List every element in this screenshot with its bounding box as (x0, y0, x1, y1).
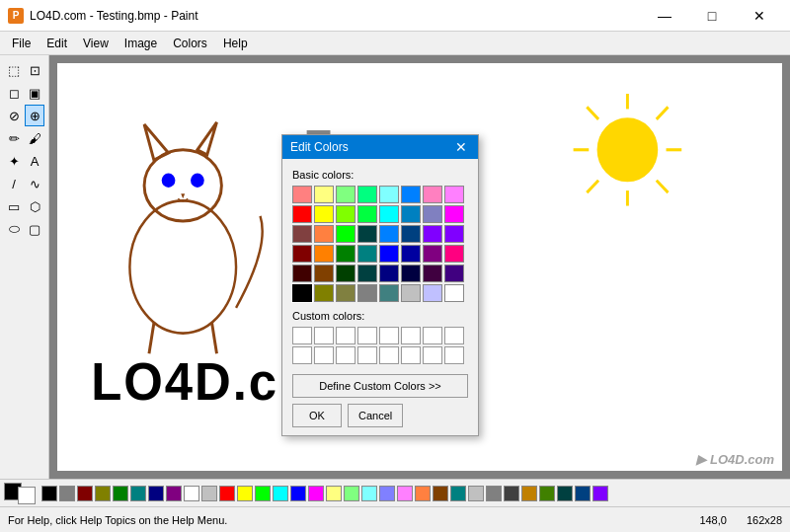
menu-file[interactable]: File (4, 33, 39, 54)
palette-swatch[interactable] (237, 486, 253, 501)
basic-color-swatch[interactable] (401, 225, 421, 243)
basic-color-swatch[interactable] (444, 265, 464, 282)
custom-color-swatch[interactable] (401, 346, 421, 364)
palette-swatch[interactable] (95, 486, 111, 501)
basic-color-swatch[interactable] (292, 245, 312, 263)
palette-swatch[interactable] (592, 486, 608, 501)
palette-swatch[interactable] (539, 486, 555, 501)
basic-color-swatch[interactable] (401, 265, 421, 282)
custom-color-swatch[interactable] (357, 346, 377, 364)
basic-color-swatch[interactable] (292, 186, 312, 203)
menu-colors[interactable]: Colors (165, 33, 215, 54)
basic-color-swatch[interactable] (401, 205, 421, 223)
palette-swatch[interactable] (344, 486, 359, 501)
basic-color-swatch[interactable] (401, 245, 421, 263)
palette-swatch[interactable] (41, 486, 57, 501)
basic-color-swatch[interactable] (336, 186, 356, 203)
cancel-button[interactable]: Cancel (348, 404, 403, 427)
custom-color-swatch[interactable] (444, 327, 464, 344)
select-free-tool[interactable]: ⊡ (25, 59, 44, 81)
palette-swatch[interactable] (166, 486, 182, 501)
palette-swatch[interactable] (59, 486, 75, 501)
menu-edit[interactable]: Edit (39, 33, 75, 54)
basic-color-swatch[interactable] (336, 205, 356, 223)
custom-color-swatch[interactable] (357, 327, 377, 344)
basic-color-swatch[interactable] (314, 265, 334, 282)
rounded-rect-tool[interactable]: ▢ (25, 218, 44, 240)
basic-color-swatch[interactable] (292, 265, 312, 282)
basic-color-swatch[interactable] (401, 284, 421, 302)
palette-swatch[interactable] (379, 486, 395, 501)
brush-tool[interactable]: 🖌 (25, 127, 44, 149)
close-button[interactable]: ✕ (737, 0, 782, 32)
palette-swatch[interactable] (290, 486, 306, 501)
palette-swatch[interactable] (557, 486, 573, 501)
custom-color-swatch[interactable] (314, 346, 334, 364)
custom-color-swatch[interactable] (379, 346, 399, 364)
basic-color-swatch[interactable] (379, 225, 399, 243)
polygon-tool[interactable]: ⬡ (25, 195, 44, 217)
dialog-close-button[interactable]: ✕ (452, 138, 470, 156)
custom-color-swatch[interactable] (314, 327, 334, 344)
maximize-button[interactable]: □ (689, 0, 735, 32)
basic-color-swatch[interactable] (444, 245, 464, 263)
background-color[interactable] (18, 487, 36, 504)
basic-color-swatch[interactable] (314, 245, 334, 263)
palette-swatch[interactable] (397, 486, 413, 501)
basic-color-swatch[interactable] (423, 265, 442, 282)
basic-color-swatch[interactable] (314, 284, 334, 302)
eyedropper-tool[interactable]: ⊘ (4, 105, 24, 126)
palette-swatch[interactable] (468, 486, 484, 501)
basic-color-swatch[interactable] (357, 205, 377, 223)
airbrush-tool[interactable]: ✦ (4, 150, 24, 172)
palette-swatch[interactable] (450, 486, 466, 501)
palette-swatch[interactable] (486, 486, 502, 501)
custom-color-swatch[interactable] (423, 327, 442, 344)
custom-color-swatch[interactable] (401, 327, 421, 344)
basic-color-swatch[interactable] (357, 265, 377, 282)
palette-swatch[interactable] (219, 486, 235, 501)
ok-button[interactable]: OK (292, 404, 342, 427)
custom-color-swatch[interactable] (444, 346, 464, 364)
basic-color-swatch[interactable] (336, 284, 356, 302)
basic-color-swatch[interactable] (444, 186, 464, 203)
palette-swatch[interactable] (361, 486, 377, 501)
basic-color-swatch[interactable] (423, 205, 442, 223)
basic-color-swatch[interactable] (314, 205, 334, 223)
curve-tool[interactable]: ∿ (25, 173, 44, 194)
palette-swatch[interactable] (113, 486, 128, 501)
basic-color-swatch[interactable] (423, 245, 442, 263)
palette-swatch[interactable] (308, 486, 324, 501)
palette-swatch[interactable] (201, 486, 217, 501)
basic-color-swatch[interactable] (292, 284, 312, 302)
basic-color-swatch[interactable] (314, 186, 334, 203)
palette-swatch[interactable] (130, 486, 146, 501)
basic-color-swatch[interactable] (357, 245, 377, 263)
text-tool[interactable]: A (25, 150, 44, 172)
palette-swatch[interactable] (77, 486, 93, 501)
palette-swatch[interactable] (575, 486, 591, 501)
custom-color-swatch[interactable] (292, 327, 312, 344)
basic-color-swatch[interactable] (401, 186, 421, 203)
custom-color-swatch[interactable] (379, 327, 399, 344)
select-rect-tool[interactable]: ⬚ (4, 59, 24, 81)
custom-color-swatch[interactable] (423, 346, 442, 364)
menu-view[interactable]: View (75, 33, 117, 54)
basic-color-swatch[interactable] (423, 284, 442, 302)
basic-color-swatch[interactable] (357, 225, 377, 243)
edit-colors-dialog[interactable]: Edit Colors ✕ Basic colors: Custom color… (281, 134, 479, 436)
basic-color-swatch[interactable] (357, 186, 377, 203)
basic-color-swatch[interactable] (292, 205, 312, 223)
basic-color-swatch[interactable] (379, 205, 399, 223)
rect-tool[interactable]: ▭ (4, 195, 24, 217)
line-tool[interactable]: / (4, 173, 24, 194)
palette-swatch[interactable] (504, 486, 519, 501)
palette-swatch[interactable] (255, 486, 271, 501)
basic-color-swatch[interactable] (379, 284, 399, 302)
define-custom-colors-button[interactable]: Define Custom Colors >> (292, 374, 468, 398)
basic-color-swatch[interactable] (379, 186, 399, 203)
fill-tool[interactable]: ▣ (25, 82, 44, 104)
zoom-tool[interactable]: ⊕ (25, 105, 44, 126)
palette-swatch[interactable] (148, 486, 164, 501)
basic-color-swatch[interactable] (336, 265, 356, 282)
